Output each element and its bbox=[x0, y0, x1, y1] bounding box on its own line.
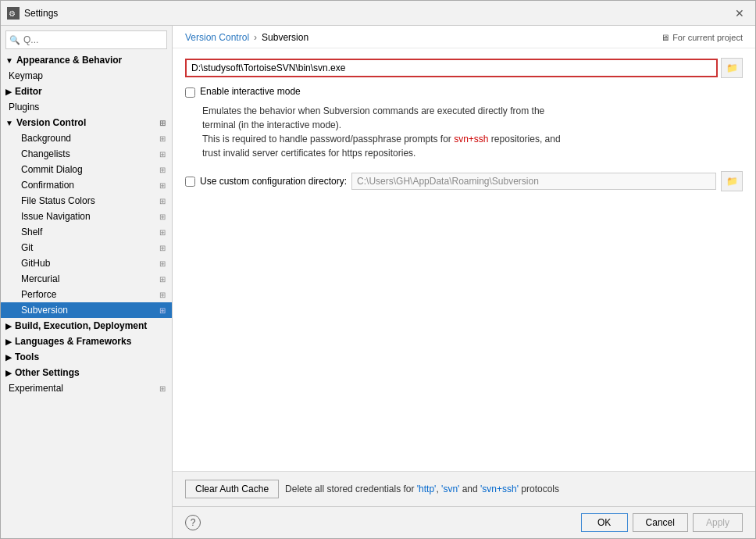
sidebar-item-languages[interactable]: ▶Languages & Frameworks bbox=[1, 334, 172, 349]
sidebar-item-keymap[interactable]: Keymap bbox=[1, 68, 172, 84]
chevron-right-tools: ▶ bbox=[5, 353, 12, 362]
chevron-right-build: ▶ bbox=[5, 322, 12, 330]
page-icon-fsc: ⊞ bbox=[159, 197, 166, 205]
page-icon-shelf: ⊞ bbox=[159, 228, 166, 237]
folder-icon: 📁 bbox=[726, 62, 738, 73]
sidebar-item-commit-dialog[interactable]: Commit Dialog ⊞ bbox=[1, 162, 172, 177]
sidebar-item-build[interactable]: ▶Build, Execution, Deployment bbox=[1, 318, 172, 334]
folder-icon-config: 📁 bbox=[726, 176, 738, 187]
desc-line2: terminal (in the interactive mode). bbox=[202, 118, 743, 132]
sidebar: 🔍 ▼Appearance & Behavior Keymap ▶Editor … bbox=[1, 26, 173, 538]
chevron-right-other: ▶ bbox=[5, 369, 12, 377]
svn-path-input[interactable] bbox=[187, 60, 716, 76]
content-area: 📁 Enable interactive mode Emulates the b… bbox=[173, 48, 755, 471]
page-icon-subversion: ⊞ bbox=[159, 306, 166, 315]
sidebar-item-file-status-colors[interactable]: File Status Colors ⊞ bbox=[1, 193, 172, 209]
desc-line3: This is required to handle password/pass… bbox=[202, 132, 743, 146]
sidebar-item-github[interactable]: GitHub ⊞ bbox=[1, 255, 172, 271]
title-bar: ⚙ Settings ✕ bbox=[1, 1, 755, 26]
page-icon-mercurial: ⊞ bbox=[159, 275, 166, 284]
description-block: Emulates the behavior when Subversion co… bbox=[202, 104, 743, 160]
settings-window: ⚙ Settings ✕ 🔍 ▼Appearance & Behavior Ke… bbox=[0, 0, 756, 539]
sidebar-item-git[interactable]: Git ⊞ bbox=[1, 240, 172, 255]
app-icon: ⚙ bbox=[7, 7, 20, 20]
window-title: Settings bbox=[24, 8, 730, 19]
breadcrumb-separator: › bbox=[254, 32, 257, 43]
cache-description: Delete all stored credentials for 'http'… bbox=[285, 484, 743, 494]
chevron-right-icon: ▶ bbox=[5, 87, 12, 96]
desc-line4: trust invalid server certificates for ht… bbox=[202, 146, 743, 160]
sidebar-item-appearance[interactable]: ▼Appearance & Behavior bbox=[1, 52, 172, 68]
for-current-project: 🖥 For current project bbox=[661, 33, 743, 42]
cancel-button[interactable]: Cancel bbox=[633, 513, 688, 532]
monitor-icon: 🖥 bbox=[661, 33, 669, 42]
sidebar-item-plugins[interactable]: Plugins bbox=[1, 99, 172, 115]
chevron-down-icon-vc: ▼ bbox=[5, 119, 13, 127]
page-icon-experimental: ⊞ bbox=[159, 384, 166, 393]
footer-left: ? bbox=[185, 515, 576, 530]
page-icon-git: ⊞ bbox=[159, 244, 166, 252]
page-icon-perforce: ⊞ bbox=[159, 291, 166, 299]
browse-folder-button[interactable]: 📁 bbox=[721, 58, 743, 78]
sidebar-item-tools[interactable]: ▶Tools bbox=[1, 349, 172, 365]
config-dir-input[interactable] bbox=[351, 173, 716, 190]
page-icon-github: ⊞ bbox=[159, 259, 166, 268]
svg-text:⚙: ⚙ bbox=[9, 9, 16, 18]
sidebar-item-other-settings[interactable]: ▶Other Settings bbox=[1, 365, 172, 380]
svn-path-row: 📁 bbox=[185, 58, 743, 78]
page-icon-changelists: ⊞ bbox=[159, 150, 166, 159]
sidebar-item-mercurial[interactable]: Mercurial ⊞ bbox=[1, 271, 172, 287]
config-browse-button[interactable]: 📁 bbox=[721, 171, 743, 191]
sidebar-item-background[interactable]: Background ⊞ bbox=[1, 130, 172, 146]
custom-config-checkbox[interactable] bbox=[185, 177, 195, 187]
clear-auth-cache-button[interactable]: Clear Auth Cache bbox=[185, 480, 279, 498]
page-icon-background: ⊞ bbox=[159, 134, 166, 143]
sidebar-item-editor[interactable]: ▶Editor bbox=[1, 84, 172, 99]
custom-config-label[interactable]: Use custom configuration directory: bbox=[200, 176, 347, 187]
footer: ? OK Cancel Apply bbox=[173, 506, 755, 538]
svn-path-input-wrapper bbox=[185, 59, 718, 77]
enable-interactive-checkbox[interactable] bbox=[185, 87, 195, 98]
bottom-bar: Clear Auth Cache Delete all stored crede… bbox=[173, 471, 755, 506]
enable-interactive-label[interactable]: Enable interactive mode bbox=[200, 86, 301, 97]
breadcrumb: Version Control › Subversion 🖥 For curre… bbox=[173, 26, 755, 48]
sidebar-item-changelists[interactable]: Changelists ⊞ bbox=[1, 146, 172, 162]
sidebar-item-confirmation[interactable]: Confirmation ⊞ bbox=[1, 177, 172, 193]
page-icon-confirmation: ⊞ bbox=[159, 181, 166, 190]
main-content: Version Control › Subversion 🖥 For curre… bbox=[173, 26, 755, 538]
ok-button[interactable]: OK bbox=[581, 513, 628, 532]
sidebar-item-issue-navigation[interactable]: Issue Navigation ⊞ bbox=[1, 209, 172, 224]
config-dir-row: Use custom configuration directory: 📁 bbox=[185, 171, 743, 191]
page-icon: ⊞ bbox=[159, 119, 166, 127]
sidebar-item-version-control[interactable]: ▼Version Control ⊞ bbox=[1, 115, 172, 130]
search-input[interactable] bbox=[23, 34, 163, 45]
close-button[interactable]: ✕ bbox=[730, 4, 749, 23]
window-body: 🔍 ▼Appearance & Behavior Keymap ▶Editor … bbox=[1, 26, 755, 538]
sidebar-item-shelf[interactable]: Shelf ⊞ bbox=[1, 224, 172, 240]
enable-interactive-row: Enable interactive mode bbox=[185, 86, 743, 98]
help-button[interactable]: ? bbox=[185, 515, 201, 530]
chevron-right-lang: ▶ bbox=[5, 337, 12, 346]
chevron-down-icon: ▼ bbox=[5, 56, 13, 65]
sidebar-item-subversion[interactable]: Subversion ⊞ bbox=[1, 302, 172, 318]
breadcrumb-subversion: Subversion bbox=[262, 32, 308, 43]
apply-button[interactable]: Apply bbox=[693, 513, 743, 532]
search-box[interactable]: 🔍 bbox=[5, 30, 167, 49]
page-icon-commit: ⊞ bbox=[159, 166, 166, 174]
search-icon: 🔍 bbox=[9, 35, 20, 45]
desc-line1: Emulates the behavior when Subversion co… bbox=[202, 104, 743, 118]
sidebar-item-experimental[interactable]: Experimental ⊞ bbox=[1, 380, 172, 396]
sidebar-item-perforce[interactable]: Perforce ⊞ bbox=[1, 287, 172, 302]
page-icon-issue: ⊞ bbox=[159, 212, 166, 221]
breadcrumb-version-control[interactable]: Version Control bbox=[185, 32, 249, 43]
